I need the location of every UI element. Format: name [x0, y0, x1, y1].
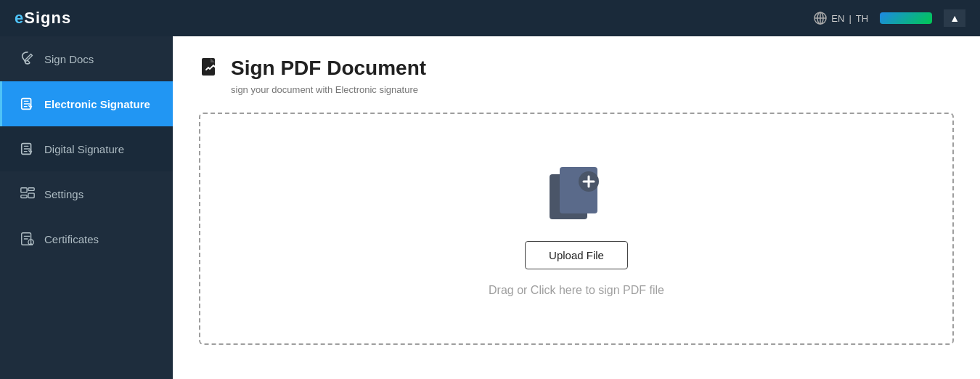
header-right: EN | TH ▲ — [814, 9, 965, 27]
settings-icon — [20, 186, 36, 202]
sidebar-label-certificates: Certificates — [44, 233, 99, 245]
sidebar-label-settings: Settings — [44, 188, 83, 200]
certificates-icon — [20, 231, 36, 247]
sidebar-label-digital-signature: Digital Signature — [44, 143, 124, 155]
svg-rect-6 — [21, 188, 27, 192]
electronic-sig-icon — [20, 96, 36, 112]
sidebar-item-settings[interactable]: Settings — [0, 171, 173, 216]
page-title-icon — [199, 57, 222, 80]
main-layout: Sign Docs Electronic Signature Digital S… — [0, 36, 980, 379]
header: eSigns EN | TH ▲ — [0, 0, 980, 36]
upload-hint-text: Drag or Click here to sign PDF file — [489, 284, 664, 297]
page-header: Sign PDF Document — [199, 57, 954, 80]
upload-file-button[interactable]: Upload File — [525, 241, 628, 269]
page-subtitle: sign your document with Electronic signa… — [231, 84, 954, 95]
login-button[interactable] — [880, 12, 932, 24]
chevron-up-button[interactable]: ▲ — [944, 9, 965, 27]
lang-th[interactable]: TH — [856, 13, 868, 24]
sidebar-item-certificates[interactable]: Certificates — [0, 216, 173, 261]
main-content: Sign PDF Document sign your document wit… — [173, 36, 980, 379]
sign-docs-icon — [20, 51, 36, 67]
sidebar: Sign Docs Electronic Signature Digital S… — [0, 36, 173, 379]
logo-suffix: Signs — [24, 9, 71, 27]
sidebar-label-electronic-signature: Electronic Signature — [44, 98, 150, 110]
sidebar-item-electronic-signature[interactable]: Electronic Signature — [0, 81, 173, 126]
sidebar-item-sign-docs[interactable]: Sign Docs — [0, 36, 173, 81]
language-selector[interactable]: EN | TH — [814, 12, 868, 25]
sidebar-label-sign-docs: Sign Docs — [44, 53, 94, 65]
lang-en[interactable]: EN — [831, 13, 844, 24]
logo: eSigns — [15, 9, 71, 28]
sidebar-item-digital-signature[interactable]: Digital Signature — [0, 126, 173, 171]
svg-rect-9 — [28, 193, 34, 197]
lang-separator: | — [849, 13, 851, 24]
upload-drop-zone[interactable]: Upload File Drag or Click here to sign P… — [199, 113, 954, 345]
upload-file-icon — [544, 161, 609, 227]
svg-rect-8 — [21, 195, 27, 198]
page-title: Sign PDF Document — [231, 57, 426, 80]
globe-icon — [814, 12, 827, 25]
chevron-up-icon: ▲ — [950, 12, 960, 24]
digital-sig-icon — [20, 141, 36, 157]
svg-rect-7 — [28, 188, 34, 191]
logo-prefix: e — [15, 9, 24, 27]
